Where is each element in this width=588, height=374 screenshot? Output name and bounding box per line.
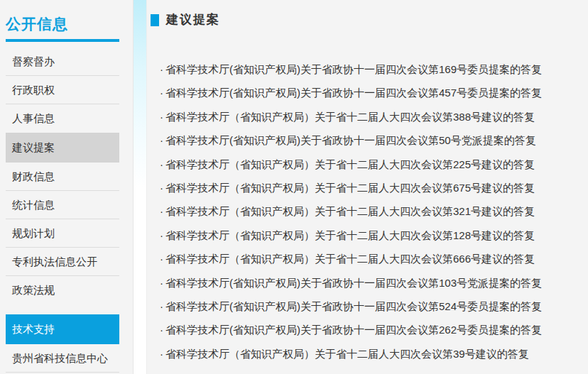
sidebar-item-督察督办[interactable]: 督察督办 — [6, 48, 119, 76]
section-title: 建议提案 — [166, 13, 220, 26]
bullet-icon: · — [160, 277, 163, 289]
list-item: ·省科学技术厅(省知识产权局)关于省政协十一届四次会议第50号党派提案的答复 — [151, 128, 588, 152]
bullet-icon: · — [160, 324, 163, 336]
proposal-link[interactable]: 省科学技术厅（省知识产权局）关于省十二届人大四次会议第225号建议的答复 — [165, 158, 535, 170]
sidebar-item-财政信息[interactable]: 财政信息 — [6, 163, 119, 191]
sidebar-item-技术支持[interactable]: 技术支持 — [6, 314, 119, 344]
list-item: ·省科学技术厅(省知识产权局)关于省政协十一届四次会议第262号委员提案的答复 — [151, 318, 588, 341]
main-content: 建议提案 ·省科学技术厅(省知识产权局)关于省政协十一届四次会议第169号委员提… — [147, 0, 588, 374]
bullet-icon: · — [160, 205, 163, 217]
sidebar-gutter — [133, 0, 147, 374]
proposal-link[interactable]: 省科学技术厅（省知识产权局）关于省十二届人大四次会议第666号建议的答复 — [165, 253, 535, 265]
sidebar-item-统计信息[interactable]: 统计信息 — [6, 191, 119, 219]
proposal-list: ·省科学技术厅(省知识产权局)关于省政协十一届四次会议第169号委员提案的答复·… — [151, 57, 588, 365]
bullet-icon: · — [160, 229, 163, 241]
list-item: ·省科学技术厅（省知识产权局）关于省十二届人大四次会议第225号建议的答复 — [151, 153, 588, 176]
sidebar-item-贵州省科技信息中心[interactable]: 贵州省科技信息中心 — [6, 344, 119, 373]
proposal-link[interactable]: 省科学技术厅(省知识产权局)关于省政协十一届四次会议第457号委员提案的答复 — [165, 87, 542, 99]
proposal-link[interactable]: 省科学技术厅（省知识产权局）关于省十二届人大四次会议第128号建议的答复 — [165, 229, 535, 241]
bullet-icon: · — [160, 300, 163, 312]
list-item: ·省科学技术厅（省知识产权局）关于省十二届人大四次会议第675号建议的答复 — [151, 176, 588, 199]
bullet-icon: · — [160, 348, 163, 360]
section-marker-icon — [151, 14, 159, 26]
sidebar-item-专利执法信息公开[interactable]: 专利执法信息公开 — [6, 248, 119, 276]
section-header: 建议提案 — [151, 13, 588, 26]
list-item: ·省科学技术厅（省知识产权局）关于省十二届人大四次会议第39号建议的答复 — [151, 342, 588, 365]
proposal-link[interactable]: 省科学技术厅(省知识产权局)关于省政协十一届四次会议第262号委员提案的答复 — [165, 324, 542, 336]
list-item: ·省科学技术厅（省知识产权局）关于省十二届人大四次会议第321号建议的答复 — [151, 199, 588, 223]
list-item: ·省科学技术厅(省知识产权局)关于省政协十一届四次会议第169号委员提案的答复 — [151, 57, 588, 81]
bullet-icon: · — [160, 63, 163, 75]
sidebar: 公开信息 督察督办行政职权人事信息建议提案财政信息统计信息规划计划专利执法信息公… — [0, 0, 133, 374]
bullet-icon: · — [160, 87, 163, 99]
proposal-link[interactable]: 省科学技术厅（省知识产权局）关于省十二届人大四次会议第388号建议的答复 — [165, 111, 535, 123]
proposal-link[interactable]: 省科学技术厅（省知识产权局）关于省十二届人大四次会议第675号建议的答复 — [165, 182, 535, 194]
proposal-link[interactable]: 省科学技术厅(省知识产权局)关于省政协十一届四次会议第50号党派提案的答复 — [165, 134, 536, 146]
page: 公开信息 督察督办行政职权人事信息建议提案财政信息统计信息规划计划专利执法信息公… — [0, 0, 588, 374]
proposal-link[interactable]: 省科学技术厅(省知识产权局)关于省政协十一届四次会议第103号党派提案的答复 — [165, 277, 542, 289]
sidebar-item-规划计划[interactable]: 规划计划 — [6, 219, 119, 248]
sidebar-item-政策法规[interactable]: 政策法规 — [6, 276, 119, 304]
list-item: ·省科学技术厅（省知识产权局）关于省十二届人大四次会议第388号建议的答复 — [151, 105, 588, 128]
bullet-icon: · — [160, 158, 163, 170]
bullet-icon: · — [160, 134, 163, 146]
proposal-link[interactable]: 省科学技术厅（省知识产权局）关于省十二届人大四次会议第321号建议的答复 — [165, 205, 535, 217]
proposal-link[interactable]: 省科学技术厅(省知识产权局)关于省政协十一届四次会议第169号委员提案的答复 — [165, 63, 542, 75]
bullet-icon: · — [160, 182, 163, 194]
sidebar-item-建议提案[interactable]: 建议提案 — [6, 133, 119, 163]
list-item: ·省科学技术厅(省知识产权局)关于省政协十一届四次会议第457号委员提案的答复 — [151, 81, 588, 104]
proposal-link[interactable]: 省科学技术厅（省知识产权局）关于省十二届人大四次会议第39号建议的答复 — [165, 348, 529, 360]
proposal-link[interactable]: 省科学技术厅(省知识产权局)关于省政协十一届四次会议第524号委员提案的答复 — [165, 300, 542, 312]
bullet-icon: · — [160, 253, 163, 265]
list-item: ·省科学技术厅（省知识产权局）关于省十二届人大四次会议第128号建议的答复 — [151, 224, 588, 247]
sidebar-title-underline — [6, 39, 119, 42]
sidebar-item-人事信息[interactable]: 人事信息 — [6, 104, 119, 133]
list-item: ·省科学技术厅(省知识产权局)关于省政协十一届四次会议第103号党派提案的答复 — [151, 271, 588, 295]
sidebar-menu: 督察督办行政职权人事信息建议提案财政信息统计信息规划计划专利执法信息公开政策法规… — [6, 48, 119, 373]
sidebar-item-行政职权[interactable]: 行政职权 — [6, 76, 119, 104]
sidebar-title: 公开信息 — [6, 16, 119, 33]
bullet-icon: · — [160, 111, 163, 123]
list-item: ·省科学技术厅(省知识产权局)关于省政协十一届四次会议第524号委员提案的答复 — [151, 295, 588, 318]
list-item: ·省科学技术厅（省知识产权局）关于省十二届人大四次会议第666号建议的答复 — [151, 247, 588, 270]
